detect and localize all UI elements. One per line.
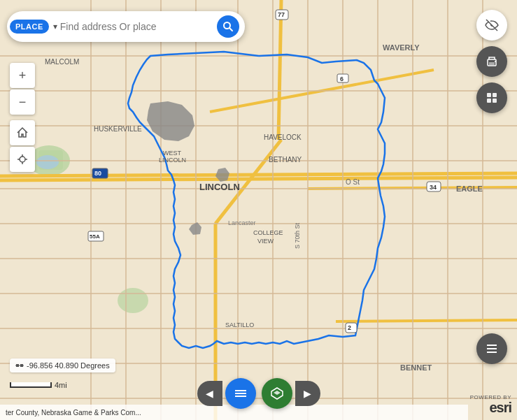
print-icon	[485, 55, 499, 68]
svg-text:COLLEGE: COLLEGE	[253, 229, 283, 236]
svg-text:WAVERLY: WAVERLY	[383, 43, 420, 52]
locate-icon	[16, 153, 29, 166]
svg-text:34: 34	[430, 184, 437, 191]
svg-rect-75	[489, 62, 495, 65]
svg-text:77: 77	[278, 11, 285, 18]
search-icon	[222, 21, 234, 32]
home-icon	[16, 126, 29, 139]
svg-point-69	[20, 157, 25, 162]
svg-point-76	[495, 61, 496, 62]
svg-text:55A: 55A	[90, 233, 100, 240]
svg-text:O St: O St	[346, 178, 360, 186]
home-button[interactable]	[10, 120, 35, 145]
bottom-toolbar: ◀ ▶	[197, 378, 320, 409]
svg-text:S 70th St: S 70th St	[294, 222, 301, 249]
svg-point-4	[36, 155, 59, 169]
scale-bar: 4mi	[10, 381, 67, 389]
next-button[interactable]: ▶	[295, 381, 320, 406]
svg-text:6: 6	[340, 75, 344, 82]
svg-line-68	[229, 28, 232, 31]
list-icon	[484, 341, 500, 356]
coordinates-icon	[15, 361, 24, 370]
eye-off-icon	[485, 18, 499, 32]
bottom-center-buttons	[225, 378, 292, 409]
svg-text:LINCOLN: LINCOLN	[159, 157, 186, 164]
scale-label: 4mi	[55, 381, 67, 389]
locate-button[interactable]	[10, 147, 35, 172]
coordinates-value: -96.856 40.890 Degrees	[27, 361, 110, 370]
svg-rect-79	[487, 99, 491, 103]
svg-marker-91	[274, 391, 281, 395]
zoom-in-button[interactable]: +	[10, 63, 35, 88]
zoom-out-button[interactable]: −	[10, 89, 35, 115]
scale-ruler	[10, 382, 52, 388]
svg-line-12	[336, 320, 517, 321]
place-badge: PLACE	[10, 20, 49, 34]
stack-button[interactable]	[262, 378, 292, 409]
map-background: WAVERLY EAGLE BENNET HAVELOCK BETHANY HU…	[0, 0, 517, 420]
svg-text:HUSKERVILLE: HUSKERVILLE	[94, 125, 142, 133]
svg-text:BETHANY: BETHANY	[269, 156, 302, 164]
svg-point-3	[118, 288, 148, 313]
svg-text:LINCOLN: LINCOLN	[199, 182, 240, 192]
svg-text:BENNET: BENNET	[400, 363, 432, 372]
list-button[interactable]	[476, 333, 507, 364]
stack-icon	[269, 386, 285, 401]
search-button[interactable]	[217, 15, 239, 38]
search-dropdown-arrow[interactable]: ▾	[53, 22, 57, 31]
right-controls	[476, 10, 507, 113]
coordinates-display: -96.856 40.890 Degrees	[10, 359, 115, 372]
print-button[interactable]	[476, 46, 507, 77]
svg-text:Lancaster: Lancaster	[228, 219, 256, 226]
svg-rect-77	[487, 93, 491, 97]
prev-button[interactable]: ◀	[197, 381, 222, 406]
svg-text:2: 2	[348, 324, 351, 331]
layers-button[interactable]	[225, 378, 256, 409]
esri-brand-text: esri	[489, 400, 511, 414]
svg-text:80: 80	[94, 170, 101, 177]
svg-text:EAGLE: EAGLE	[456, 184, 483, 193]
svg-text:VIEW: VIEW	[257, 238, 274, 245]
svg-text:MALCOLM: MALCOLM	[45, 58, 79, 66]
layers-icon	[233, 386, 248, 401]
svg-text:WEST: WEST	[163, 150, 182, 157]
search-bar: PLACE ▾	[7, 11, 245, 42]
search-input[interactable]	[60, 21, 217, 32]
visibility-toggle-button[interactable]	[476, 10, 507, 41]
attribution-text: ter County, Nebraska Game & Parks Com...	[6, 409, 141, 417]
svg-text:HAVELOCK: HAVELOCK	[264, 133, 302, 141]
svg-rect-80	[493, 99, 497, 103]
svg-text:SALTILLO: SALTILLO	[225, 321, 254, 328]
esri-logo: POWERED BY esri	[470, 394, 511, 414]
grid-icon	[485, 91, 499, 105]
svg-rect-78	[493, 93, 497, 97]
map-container: WAVERLY EAGLE BENNET HAVELOCK BETHANY HU…	[0, 0, 517, 420]
grid-button[interactable]	[476, 82, 507, 113]
zoom-controls: + −	[10, 63, 35, 172]
